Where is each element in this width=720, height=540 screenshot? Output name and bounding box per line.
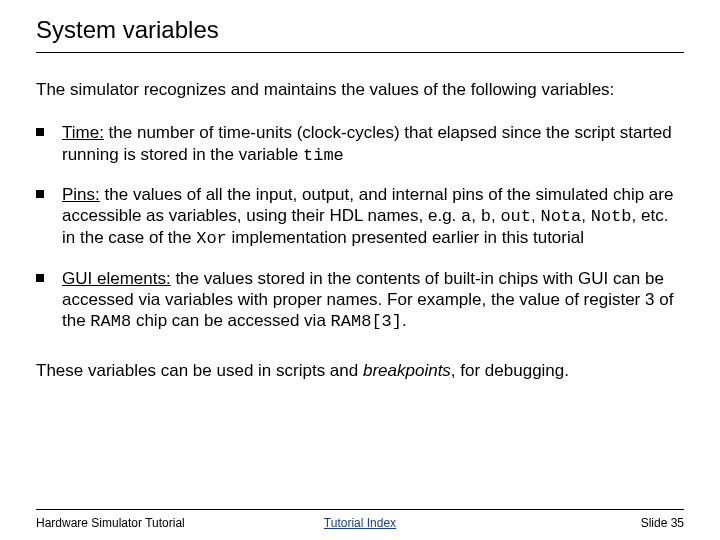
spacer <box>36 382 684 510</box>
bullet-icon <box>36 128 44 136</box>
bullet-pins: Pins: the values of all the input, outpu… <box>62 184 684 250</box>
list-item: Time: the number of time-units (clock-cy… <box>36 122 684 166</box>
footer-left: Hardware Simulator Tutorial <box>36 516 252 530</box>
bullet-list: Time: the number of time-units (clock-cy… <box>36 122 684 350</box>
bullet-time: Time: the number of time-units (clock-cy… <box>62 122 684 166</box>
outro-text: These variables can be used in scripts a… <box>36 360 684 381</box>
slide: System variables The simulator recognize… <box>0 0 720 540</box>
bullet-icon <box>36 274 44 282</box>
bullet-gui: GUI elements: the values stored in the c… <box>62 268 684 333</box>
footer: Hardware Simulator Tutorial Tutorial Ind… <box>36 509 684 530</box>
tutorial-index-link[interactable]: Tutorial Index <box>324 516 396 530</box>
list-item: GUI elements: the values stored in the c… <box>36 268 684 333</box>
bullet-icon <box>36 190 44 198</box>
intro-text: The simulator recognizes and maintains t… <box>36 79 684 100</box>
slide-title: System variables <box>36 16 684 53</box>
list-item: Pins: the values of all the input, outpu… <box>36 184 684 250</box>
slide-number: Slide 35 <box>468 516 684 530</box>
